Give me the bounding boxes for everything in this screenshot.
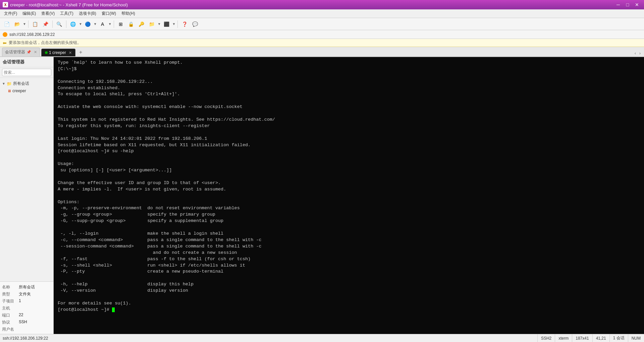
main-content: 会话管理器 ▼ 📁 所有会话 🖥 creeper 名称 所有会话	[0, 57, 644, 342]
info-text: 要添加当前会话，点击左侧的箭头按钮。	[9, 40, 81, 46]
prop-children-label: 子项目	[2, 298, 19, 304]
menu-window[interactable]: 窗口(W)	[99, 10, 119, 17]
title-bar-left: X creeper - root@localhost:~ - Xshell 7 …	[3, 2, 128, 7]
status-cursor: 41,21	[592, 334, 609, 342]
tab-creeper[interactable]: 1 creeper ✕	[41, 49, 75, 56]
tb-sep-5	[177, 20, 178, 28]
tree-group-label: 所有会话	[13, 81, 29, 87]
tb-color-dropdown[interactable]: ▼	[94, 22, 97, 26]
menu-tabs[interactable]: 选项卡(B)	[76, 10, 99, 17]
prop-name: 名称 所有会话	[2, 284, 51, 291]
tab-chevron-right[interactable]: ›	[638, 50, 642, 56]
sidebar: 会话管理器 ▼ 📁 所有会话 🖥 creeper 名称 所有会话	[0, 57, 54, 342]
tab-status-dot	[45, 51, 48, 54]
tb-copy[interactable]: 📋	[31, 19, 40, 29]
menu-help[interactable]: 帮助(H)	[119, 10, 138, 17]
terminal-cursor	[112, 307, 115, 312]
maximize-button[interactable]: □	[623, 1, 632, 8]
menu-bar: 文件(F) 编辑(E) 查看(V) 工具(T) 选项卡(B) 窗口(W) 帮助(…	[0, 9, 644, 18]
menu-view[interactable]: 查看(V)	[39, 10, 57, 17]
tab-creeper-label: 1 creeper	[49, 50, 66, 55]
info-icon: ⬅	[3, 40, 7, 46]
tb-layout[interactable]: ⊞	[116, 19, 125, 29]
tab-session-label: 会话管理器	[5, 49, 25, 55]
prop-protocol-label: 协议	[2, 320, 19, 325]
tb-open-dropdown[interactable]: ▼	[23, 22, 26, 26]
prop-port: 端口 22	[2, 312, 51, 319]
tb-sep-2	[52, 20, 53, 28]
close-button[interactable]: ✕	[633, 1, 641, 8]
prop-username-label: 用户名	[2, 327, 19, 332]
tab-chevron-left[interactable]: ‹	[633, 50, 637, 56]
ssh-bar: ssh://192.168.206.129:22	[0, 30, 644, 39]
status-sessions: 1 会话	[609, 334, 628, 342]
prop-children-value: 1	[19, 298, 21, 304]
tb-connect[interactable]: 🌐	[68, 19, 78, 29]
ssh-url: ssh://192.168.206.129:22	[9, 32, 55, 37]
title-bar: X creeper - root@localhost:~ - Xshell 7 …	[0, 0, 644, 9]
app-icon: X	[3, 2, 8, 7]
tree-group-header-all[interactable]: ▼ 📁 所有会话	[0, 80, 53, 88]
prop-protocol: 协议 SSH	[2, 319, 51, 326]
tab-session-manager[interactable]: 会话管理器 📌 ✕	[2, 48, 40, 56]
prop-host: 主机	[2, 305, 51, 312]
tab-session-pin[interactable]: 📌	[26, 50, 31, 54]
sidebar-header: 会话管理器	[0, 57, 53, 67]
sidebar-search	[0, 67, 53, 78]
tb-connect-dropdown[interactable]: ▼	[79, 22, 82, 26]
prop-port-value: 22	[19, 312, 23, 318]
search-input[interactable]	[2, 69, 51, 76]
tree-item-label: creeper	[12, 89, 26, 93]
tree-folder-icon: 📁	[7, 81, 12, 86]
tb-new-session[interactable]: 📄	[2, 19, 11, 29]
tb-transfer-dropdown[interactable]: ▼	[158, 22, 161, 26]
menu-tools[interactable]: 工具(T)	[57, 10, 76, 17]
tb-find[interactable]: 🔍	[55, 19, 64, 29]
title-bar-buttons[interactable]: ─ □ ✕	[614, 1, 641, 8]
tab-add-button[interactable]: +	[77, 48, 85, 56]
prop-protocol-value: SSH	[19, 320, 27, 325]
tb-cmd[interactable]: ⬛	[162, 19, 171, 29]
menu-file[interactable]: 文件(F)	[1, 10, 20, 17]
tb-sep-4	[114, 20, 114, 28]
tree-item-icon: 🖥	[7, 89, 11, 93]
tb-sep-3	[66, 20, 66, 28]
ssh-status-icon	[3, 32, 7, 37]
menu-edit[interactable]: 编辑(E)	[20, 10, 39, 17]
tb-cmd-dropdown[interactable]: ▼	[172, 22, 176, 26]
prop-host-label: 主机	[2, 305, 19, 311]
prop-name-value: 所有会话	[19, 284, 35, 290]
sidebar-tree: ▼ 📁 所有会话 🖥 creeper	[0, 78, 53, 281]
toolbar: 📄 📂 ▼ 📋 📌 🔍 🌐 ▼ 🔵 ▼ A ▼ ⊞ 🔒 🔑 📁 ▼ ⬛ ▼ ❓ …	[0, 18, 644, 30]
tb-help[interactable]: ❓	[180, 19, 189, 29]
tb-key[interactable]: 🔑	[137, 19, 146, 29]
prop-type-label: 类型	[2, 291, 19, 297]
tree-arrow-icon: ▼	[2, 82, 5, 86]
tree-group-all: ▼ 📁 所有会话 🖥 creeper	[0, 79, 53, 95]
tb-paste[interactable]: 📌	[41, 19, 50, 29]
prop-type-value: 文件夹	[19, 291, 31, 297]
tb-font[interactable]: A	[98, 19, 107, 29]
properties-panel: 名称 所有会话 类型 文件夹 子项目 1 主机 端口 22 协议 SSH	[0, 281, 53, 342]
tb-lock[interactable]: 🔒	[126, 19, 136, 29]
prop-port-label: 端口	[2, 312, 19, 318]
tb-open[interactable]: 📂	[12, 19, 22, 29]
minimize-button[interactable]: ─	[614, 1, 623, 8]
window-title: creeper - root@localhost:~ - Xshell 7 (F…	[10, 2, 128, 7]
tree-item-creeper[interactable]: 🖥 creeper	[0, 88, 53, 94]
info-bar: ⬅ 要添加当前会话，点击左侧的箭头按钮。	[0, 39, 644, 47]
tab-creeper-close[interactable]: ✕	[69, 51, 72, 55]
status-encoding: xterm	[555, 334, 572, 342]
tb-transfer[interactable]: 📁	[147, 19, 157, 29]
tb-comment[interactable]: 💬	[190, 19, 200, 29]
tb-color[interactable]: 🔵	[83, 19, 93, 29]
tab-chevrons: ‹ ›	[633, 50, 642, 56]
tb-font-dropdown[interactable]: ▼	[108, 22, 112, 26]
prop-username: 用户名	[2, 326, 51, 333]
tb-sep-1	[28, 20, 29, 28]
status-size: 187x41	[572, 334, 592, 342]
status-protocol: SSH2	[537, 334, 555, 342]
terminal[interactable]: Type `help' to learn how to use Xshell p…	[54, 57, 644, 342]
tab-bar: 会话管理器 📌 ✕ 1 creeper ✕ + ‹ ›	[0, 47, 644, 57]
tab-session-close[interactable]: ✕	[34, 50, 37, 54]
